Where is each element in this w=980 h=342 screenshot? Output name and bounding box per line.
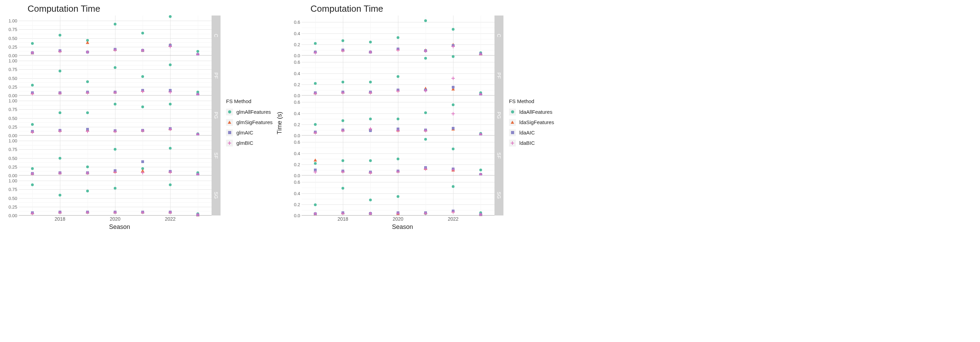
data-point bbox=[31, 123, 34, 126]
data-point bbox=[141, 105, 144, 108]
data-point bbox=[59, 194, 61, 197]
chart-title: Computation Time bbox=[310, 3, 554, 14]
data-point bbox=[86, 80, 89, 83]
legend-item: glmSigFeatures bbox=[226, 117, 272, 127]
legend-label: ldaBIC bbox=[519, 140, 535, 146]
data-point bbox=[452, 148, 455, 150]
data-point bbox=[169, 183, 172, 186]
data-point bbox=[114, 103, 116, 105]
data-point bbox=[59, 34, 61, 37]
data-point bbox=[113, 48, 117, 52]
data-point bbox=[31, 84, 34, 86]
legend-item: glmAllFeatures bbox=[226, 107, 272, 117]
data-point bbox=[369, 81, 372, 83]
data-point bbox=[452, 168, 455, 172]
data-point bbox=[141, 160, 144, 163]
data-point bbox=[452, 210, 455, 214]
circle-icon bbox=[226, 108, 233, 116]
data-point bbox=[31, 42, 34, 45]
y-ticks: 1.000.750.500.250.00 bbox=[3, 56, 19, 95]
facet-strip: PF bbox=[495, 56, 503, 95]
data-point bbox=[397, 118, 399, 120]
data-point bbox=[58, 91, 62, 95]
data-point bbox=[31, 167, 34, 170]
x-axis-label: Season bbox=[109, 223, 130, 231]
data-point bbox=[196, 50, 199, 53]
data-point bbox=[141, 75, 144, 78]
facet-strip: SF bbox=[212, 135, 221, 175]
data-point bbox=[313, 92, 317, 95]
data-point bbox=[31, 183, 34, 186]
y-ticks: 0.60.40.20.0 bbox=[286, 175, 302, 215]
data-point bbox=[86, 111, 89, 114]
data-point bbox=[58, 49, 62, 53]
data-point bbox=[114, 66, 116, 69]
data-point bbox=[169, 147, 172, 150]
data-point bbox=[313, 51, 317, 54]
data-point bbox=[314, 82, 317, 85]
data-point bbox=[86, 165, 89, 168]
chart-panel bbox=[302, 95, 495, 135]
data-point bbox=[396, 89, 400, 93]
y-axis-label: Time (s) bbox=[276, 112, 283, 134]
data-point bbox=[31, 92, 34, 95]
facet-strip: SG bbox=[495, 175, 503, 215]
legend-label: ldaAIC bbox=[519, 130, 535, 135]
legend-item: ldaBIC bbox=[509, 138, 554, 148]
chart-figure: Computation TimeTime (s)1.000.750.500.25… bbox=[3, 3, 272, 231]
chart-panel bbox=[19, 175, 212, 215]
legend-title: FS Method bbox=[226, 98, 272, 104]
data-point bbox=[342, 159, 344, 162]
data-point bbox=[341, 212, 345, 215]
chart-panel bbox=[302, 56, 495, 95]
x-axis: 201820202022Season bbox=[302, 215, 503, 231]
y-ticks: 0.60.40.20.0 bbox=[286, 95, 302, 135]
data-point bbox=[169, 64, 172, 66]
data-point bbox=[314, 162, 317, 165]
data-point bbox=[169, 103, 172, 105]
data-point bbox=[169, 127, 172, 131]
data-point bbox=[113, 91, 117, 94]
data-point bbox=[31, 51, 34, 54]
data-point bbox=[396, 212, 400, 215]
data-point bbox=[396, 129, 400, 132]
data-point bbox=[342, 81, 344, 83]
data-point bbox=[58, 171, 62, 175]
legend-item: ldaAllFeatures bbox=[509, 107, 554, 117]
data-point bbox=[396, 48, 400, 52]
data-point bbox=[452, 185, 455, 188]
y-ticks: 1.000.750.500.250.00 bbox=[3, 16, 19, 56]
data-point bbox=[369, 41, 372, 43]
y-ticks: 1.000.750.500.250.00 bbox=[3, 95, 19, 135]
data-point bbox=[341, 170, 345, 173]
facet-strip: SF bbox=[495, 135, 503, 175]
data-point bbox=[452, 127, 455, 130]
legend-label: glmBIC bbox=[236, 140, 253, 146]
data-point bbox=[113, 130, 117, 133]
data-point bbox=[114, 187, 116, 189]
data-point bbox=[452, 86, 455, 89]
data-point bbox=[141, 49, 145, 52]
data-point bbox=[31, 172, 34, 175]
data-point bbox=[342, 39, 344, 42]
legend-item: glmBIC bbox=[226, 138, 272, 148]
data-point bbox=[141, 211, 145, 214]
data-point bbox=[114, 23, 116, 25]
legend: FS MethodglmAllFeaturesglmSigFeaturesglm… bbox=[226, 98, 272, 148]
triangle-icon bbox=[509, 119, 516, 126]
data-point bbox=[397, 36, 399, 39]
legend-item: ldaSigFeatures bbox=[509, 117, 554, 127]
data-point bbox=[424, 167, 427, 171]
circle-icon bbox=[509, 108, 516, 116]
data-point bbox=[141, 90, 145, 93]
data-point bbox=[313, 212, 317, 215]
data-point bbox=[314, 42, 317, 45]
data-point bbox=[397, 75, 399, 78]
data-point bbox=[86, 211, 89, 214]
data-point bbox=[397, 157, 399, 160]
chart-panel bbox=[302, 175, 495, 215]
data-point bbox=[31, 212, 34, 215]
data-point bbox=[314, 204, 317, 206]
data-point bbox=[369, 199, 372, 201]
square-icon bbox=[509, 129, 516, 136]
